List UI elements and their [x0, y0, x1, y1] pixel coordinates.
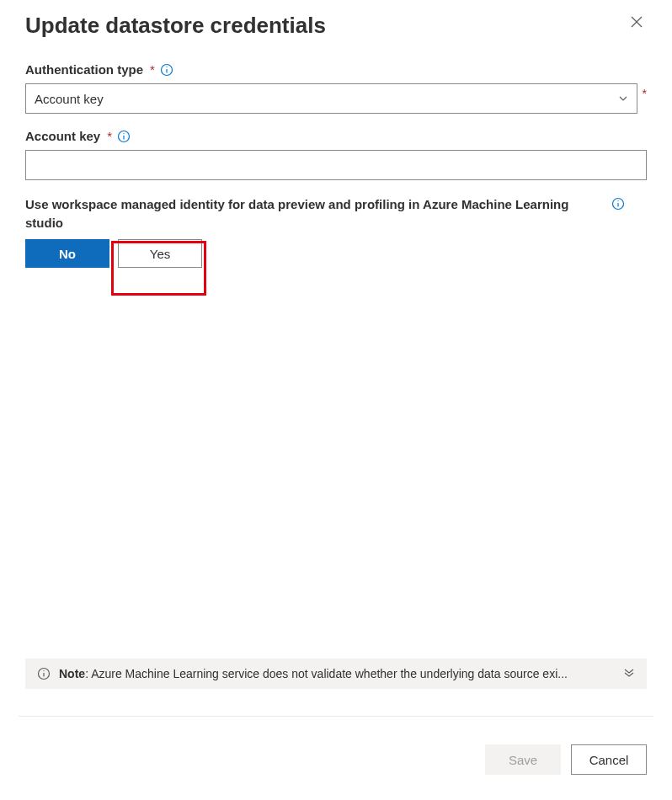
close-icon	[630, 19, 643, 31]
info-icon[interactable]	[117, 130, 131, 143]
svg-point-4	[166, 67, 167, 67]
toggle-no-label: No	[59, 247, 76, 261]
note-prefix: Note	[59, 667, 85, 680]
required-marker: *	[150, 62, 155, 77]
auth-type-control-row: Account key *	[25, 83, 647, 114]
managed-identity-field: Use workspace managed identity for data …	[25, 195, 647, 268]
panel-title: Update datastore credentials	[25, 12, 326, 39]
toggle-yes-label: Yes	[150, 247, 170, 261]
expand-note-button[interactable]	[623, 667, 635, 681]
save-label: Save	[509, 753, 537, 767]
account-key-label-row: Account key *	[25, 129, 131, 143]
required-marker-outer: *	[643, 88, 647, 99]
account-key-field: Account key *	[25, 129, 647, 180]
account-key-label: Account key	[25, 129, 100, 143]
chevron-down-icon	[618, 93, 628, 104]
cancel-label: Cancel	[589, 753, 629, 767]
required-marker: *	[107, 129, 112, 143]
note-text: Note: Azure Machine Learning service doe…	[59, 667, 615, 680]
info-icon[interactable]	[160, 63, 173, 77]
close-button[interactable]	[627, 12, 647, 32]
auth-type-field: Authentication type * Account key *	[25, 62, 647, 114]
managed-identity-toggle: No Yes	[25, 239, 647, 268]
auth-type-dropdown[interactable]: Account key	[25, 83, 637, 114]
managed-identity-label: Use workspace managed identity for data …	[25, 195, 598, 232]
auth-type-selected: Account key	[35, 92, 104, 106]
info-icon[interactable]	[611, 197, 625, 211]
svg-point-13	[43, 670, 44, 671]
cancel-button[interactable]: Cancel	[571, 744, 647, 775]
note-bar: Note: Azure Machine Learning service doe…	[25, 659, 647, 689]
panel-header: Update datastore credentials	[25, 12, 647, 39]
chevron-double-down-icon	[623, 667, 635, 681]
toggle-no-button[interactable]: No	[25, 239, 109, 268]
account-key-input[interactable]	[25, 150, 647, 180]
svg-point-10	[617, 200, 618, 201]
panel-footer: Save Cancel	[485, 744, 647, 775]
note-body: : Azure Machine Learning service does no…	[85, 667, 568, 680]
info-icon	[37, 667, 51, 680]
save-button[interactable]: Save	[485, 744, 561, 775]
svg-point-7	[123, 133, 124, 134]
toggle-yes-button[interactable]: Yes	[118, 239, 202, 268]
update-credentials-panel: Update datastore credentials Authenticat…	[0, 0, 672, 800]
footer-divider	[19, 716, 653, 717]
managed-identity-label-row: Use workspace managed identity for data …	[25, 195, 647, 232]
auth-type-label: Authentication type	[25, 62, 143, 77]
auth-type-label-row: Authentication type *	[25, 62, 173, 77]
